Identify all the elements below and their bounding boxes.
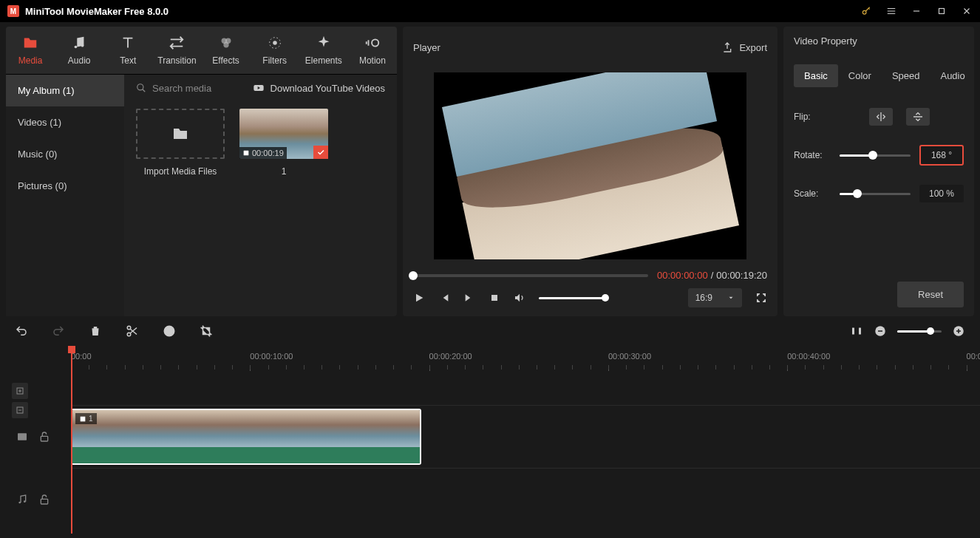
maximize-icon[interactable] xyxy=(936,5,947,17)
delete-button[interactable] xyxy=(89,324,102,338)
svg-rect-20 xyxy=(878,330,882,332)
sidebar-item-pictures[interactable]: Pictures (0) xyxy=(6,170,124,202)
volume-slider[interactable] xyxy=(539,297,605,299)
next-frame-button[interactable] xyxy=(463,292,475,304)
download-youtube-button[interactable]: Download YouTube Videos xyxy=(253,82,385,94)
time-display: 00:00:00:00 / 00:00:19:20 xyxy=(657,270,767,281)
minimize-icon[interactable] xyxy=(911,5,922,17)
search-input[interactable]: Search media xyxy=(136,83,211,94)
svg-point-29 xyxy=(24,500,26,503)
close-icon[interactable] xyxy=(961,5,973,17)
scale-label: Scale: xyxy=(794,188,831,199)
volume-button[interactable] xyxy=(514,292,525,304)
effects-icon xyxy=(218,35,234,51)
video-track[interactable]: 1 xyxy=(71,405,980,468)
thumbnail-duration: 00:00:19 xyxy=(239,147,287,159)
snap-button[interactable] xyxy=(850,324,863,338)
tab-elements[interactable]: Elements xyxy=(299,27,348,74)
seek-slider[interactable] xyxy=(413,274,648,277)
svg-rect-1 xyxy=(939,9,945,14)
rotate-label: Rotate: xyxy=(794,150,831,160)
timeline-toolbar xyxy=(0,316,980,346)
music-icon xyxy=(71,35,87,51)
redo-button[interactable] xyxy=(52,324,65,338)
thumbnail-index: 1 xyxy=(282,166,287,177)
audio-track[interactable] xyxy=(71,468,980,531)
scale-slider[interactable] xyxy=(840,193,911,195)
flip-vertical-button[interactable] xyxy=(906,108,930,126)
rotate-slider[interactable] xyxy=(840,154,911,157)
svg-rect-27 xyxy=(41,436,47,441)
playhead[interactable] xyxy=(71,346,72,534)
play-button[interactable] xyxy=(413,292,425,304)
rotate-value[interactable]: 168 ° xyxy=(919,145,964,166)
props-tab-color[interactable]: Color xyxy=(838,64,882,87)
fullscreen-button[interactable] xyxy=(755,292,767,304)
tab-filters[interactable]: Filters xyxy=(251,27,299,74)
player-title: Player xyxy=(413,42,440,53)
tab-audio[interactable]: Audio xyxy=(55,27,103,74)
sparkle-icon xyxy=(316,35,332,51)
svg-point-0 xyxy=(862,10,866,14)
svg-rect-18 xyxy=(859,328,861,335)
flip-label: Flip: xyxy=(794,112,831,122)
split-button[interactable] xyxy=(126,324,139,338)
flip-horizontal-button[interactable] xyxy=(869,108,893,126)
props-tab-audio[interactable]: Audio xyxy=(930,64,975,87)
svg-point-2 xyxy=(75,46,78,49)
chevron-down-icon xyxy=(727,294,735,302)
youtube-icon xyxy=(253,82,265,94)
sidebar-item-album[interactable]: My Album (1) xyxy=(6,75,124,106)
titlebar: M MiniTool MovieMaker Free 8.0.0 xyxy=(0,0,980,22)
media-sidebar: My Album (1) Videos (1) Music (0) Pictur… xyxy=(6,75,124,316)
svg-point-6 xyxy=(223,42,228,47)
motion-icon xyxy=(364,35,381,51)
video-clip[interactable]: 1 xyxy=(71,409,421,465)
key-icon[interactable] xyxy=(860,5,872,17)
svg-rect-17 xyxy=(852,328,854,335)
crop-button[interactable] xyxy=(200,324,213,338)
timeline-ruler[interactable]: 00:0000:00:10:0000:00:20:0000:00:30:0000… xyxy=(71,346,980,375)
tab-media[interactable]: Media xyxy=(6,27,55,74)
app-icon: M xyxy=(7,5,19,17)
audio-track-icon xyxy=(16,494,28,505)
sidebar-item-music[interactable]: Music (0) xyxy=(6,138,124,170)
folder-icon xyxy=(170,125,191,143)
scale-value[interactable]: 100 % xyxy=(919,185,964,202)
film-icon xyxy=(242,149,250,157)
properties-title: Video Property xyxy=(794,35,964,47)
props-tab-speed[interactable]: Speed xyxy=(882,64,930,87)
svg-rect-12 xyxy=(244,151,249,156)
svg-point-3 xyxy=(81,44,84,47)
svg-rect-26 xyxy=(18,433,27,440)
tab-text[interactable]: Text xyxy=(103,27,152,74)
speed-button[interactable] xyxy=(163,324,176,338)
video-preview xyxy=(434,72,746,259)
zoom-in-button[interactable] xyxy=(952,324,965,338)
svg-rect-23 xyxy=(958,329,959,333)
aspect-ratio-select[interactable]: 16:9 xyxy=(688,288,742,307)
svg-point-7 xyxy=(273,41,277,45)
reset-button[interactable]: Reset xyxy=(897,282,964,307)
sidebar-item-videos[interactable]: Videos (1) xyxy=(6,106,124,138)
props-tab-basic[interactable]: Basic xyxy=(794,64,838,87)
tab-effects[interactable]: Effects xyxy=(202,27,251,74)
media-thumbnail[interactable]: 00:00:19 xyxy=(239,109,328,159)
filters-icon xyxy=(267,35,283,51)
tab-motion[interactable]: Motion xyxy=(348,27,397,74)
svg-rect-31 xyxy=(81,416,86,421)
svg-point-9 xyxy=(372,39,378,46)
prev-frame-button[interactable] xyxy=(438,292,450,304)
menu-icon[interactable] xyxy=(885,5,897,17)
tab-transition[interactable]: Transition xyxy=(152,27,201,74)
zoom-slider[interactable] xyxy=(897,330,942,333)
import-media-button[interactable] xyxy=(136,109,225,159)
undo-button[interactable] xyxy=(15,324,28,338)
export-icon xyxy=(721,41,733,53)
unlock-icon[interactable] xyxy=(38,431,50,443)
main-tabs: Media Audio Text Transition Effects Filt… xyxy=(6,27,397,75)
zoom-out-button[interactable] xyxy=(874,324,887,338)
stop-button[interactable] xyxy=(489,292,500,304)
unlock-icon[interactable] xyxy=(38,494,50,505)
export-button[interactable]: Export xyxy=(721,41,767,53)
